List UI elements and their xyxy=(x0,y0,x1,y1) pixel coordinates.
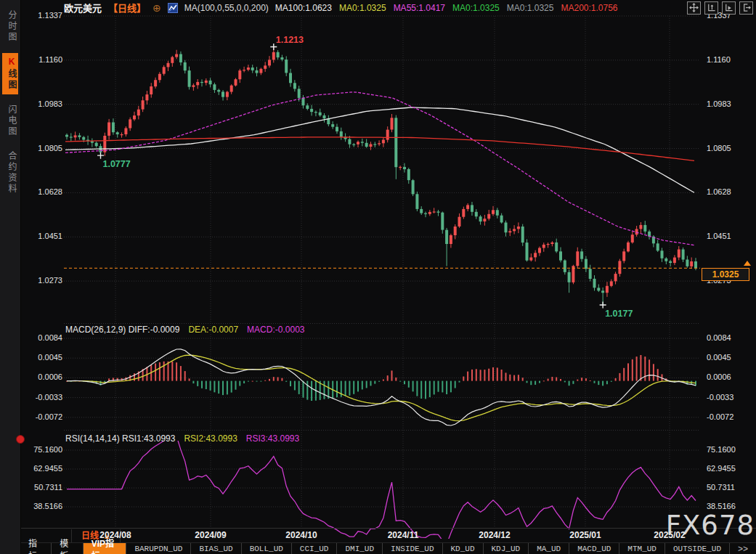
indicator-tab-MA_UD[interactable]: MA_UD xyxy=(529,543,569,554)
time-axis: 日线▲ 2024/082024/092024/102024/112024/122… xyxy=(20,528,756,542)
macd-axis-label: 0.0045 xyxy=(707,353,731,362)
indicator-value-label: MACD(26,12,9) DIFF:-0.0009 xyxy=(65,325,179,335)
price-axis-label: 1.0451 xyxy=(17,232,62,240)
candles-layer xyxy=(65,47,697,306)
macd-axis-label: 0.0006 xyxy=(707,372,731,381)
current-price-value: 1.0325 xyxy=(712,269,739,280)
left-axis: 1.13371.11601.09831.08051.06281.04511.02… xyxy=(17,0,62,554)
price-axis-label: 1.1160 xyxy=(17,55,62,64)
ma55-line xyxy=(65,92,694,245)
macd-axis-label: -0.0072 xyxy=(707,412,733,421)
chart-thumbnail-icon xyxy=(168,3,178,13)
indicator-tab-KDJ_UD[interactable]: KDJ_UD xyxy=(484,543,529,554)
indicator-tab-MTM_UD[interactable]: MTM_UD xyxy=(619,543,665,554)
price-axis-label: 1.0983 xyxy=(17,99,62,108)
indicator-tab-指标[interactable]: 指标 xyxy=(20,543,52,554)
svg-text:1.1213: 1.1213 xyxy=(276,35,304,45)
indicator-tab-BARUPDN_UD[interactable]: BARUPDN_UD xyxy=(126,543,191,554)
indicator-tab-模板[interactable]: 模板 xyxy=(52,543,83,554)
macd-pane xyxy=(66,349,696,425)
indicator-tab-INSIDE_UD[interactable]: INSIDE_UD xyxy=(383,543,442,554)
rsi-axis-label: 62.9455 xyxy=(707,464,736,473)
sidebar-item-闪电图[interactable]: 闪电图 xyxy=(2,101,18,141)
ma-settings-label: MA(100,0,55,0,0,200) xyxy=(184,3,269,13)
ma200-line xyxy=(65,137,694,161)
rsi-axis-label: 75.1600 xyxy=(17,445,62,454)
indicator-value-label: MACD:-0.0003 xyxy=(247,325,304,335)
watermark: FX678 xyxy=(666,510,755,541)
date-label: 2024/09 xyxy=(195,530,226,540)
indicator-tab-DMI_UD[interactable]: DMI_UD xyxy=(337,543,383,554)
ma-value-label: MA0:1.0325 xyxy=(339,3,386,13)
current-price-tag: 1.0325 xyxy=(702,268,749,281)
price-axis-label: 1.0451 xyxy=(707,232,731,240)
period-tag[interactable]: 【日线】 xyxy=(108,1,146,15)
date-label: 2024/10 xyxy=(285,530,317,540)
exit-chart-icon[interactable] xyxy=(739,1,753,15)
macd-axis-label: 0.0084 xyxy=(17,333,62,342)
price-axis-label: 1.0628 xyxy=(707,187,731,196)
trading-app-window: 1.12131.07771.0177 分时图K线图闪电图合约资料 欧元美元 【日… xyxy=(0,0,756,554)
macd-axis-label: -0.0033 xyxy=(707,393,733,402)
indicator-tab->>[interactable]: >> xyxy=(730,543,756,554)
indicator-tab-bar: 指标模板VIP指标BARUPDN_UDBIAS_UDBOLL_UDCCI_UDD… xyxy=(20,542,756,554)
ma-values-row: MA100:1.0623MA0:1.0325MA55:1.0417MA0:1.0… xyxy=(275,3,618,13)
indicator-tab-MACD_UD[interactable]: MACD_UD xyxy=(569,543,619,554)
chart-header: 欧元美元 【日线】 ⊕ MA(100,0,55,0,0,200) MA100:1… xyxy=(64,0,753,15)
indicator-value-label: RSI3:43.0993 xyxy=(246,433,299,444)
macd-axis-label: 0.0045 xyxy=(17,353,62,362)
indicator-value-label: RSI(14,14,14) RSI1:43.0993 xyxy=(65,433,175,444)
indicator-tab-OUTSIDE_UD[interactable]: OUTSIDE_UD xyxy=(665,543,730,554)
indicator-value-label: RSI2:43.0993 xyxy=(184,433,237,444)
indicator-value-label: DEA:-0.0007 xyxy=(188,325,238,335)
indicator-tab-VIP指标[interactable]: VIP指标 xyxy=(84,543,127,554)
sidebar-item-合约资料[interactable]: 合约资料 xyxy=(2,147,18,198)
sidebar: 分时图K线图闪电图合约资料 xyxy=(0,0,21,554)
price-annotations: 1.12131.07771.0177 xyxy=(97,35,633,319)
macd-axis-label: 0.0084 xyxy=(707,333,731,342)
rsi-axis-label: 50.7311 xyxy=(707,483,735,492)
chart-toolbar xyxy=(687,1,753,15)
ma-value-label: MA200:1.0756 xyxy=(561,3,617,13)
indicator-tab-KD_UD[interactable]: KD_UD xyxy=(443,543,484,554)
macd-axis-label: -0.0033 xyxy=(17,393,62,402)
fit-y-axis-icon[interactable] xyxy=(704,1,718,15)
ma-value-label: MA0:1.0325 xyxy=(507,3,554,13)
svg-text:1.0777: 1.0777 xyxy=(102,159,130,169)
ma-value-label: MA55:1.0417 xyxy=(394,3,445,13)
chart-canvas[interactable]: 1.12131.07771.0177 xyxy=(0,0,756,554)
sidebar-item-K线图[interactable]: K线图 xyxy=(2,53,18,94)
add-indicator-icon[interactable]: ⊕ xyxy=(153,3,161,13)
diff-line xyxy=(67,349,696,425)
rsi-label-row: RSI(14,14,14) RSI1:43.0993RSI2:43.0993RS… xyxy=(65,433,299,444)
dea-line xyxy=(67,355,696,420)
svg-text:1.0177: 1.0177 xyxy=(605,309,633,319)
price-axis-label: 1.0805 xyxy=(707,144,731,152)
rsi-axis-label: 62.9455 xyxy=(17,464,62,473)
price-axis-label: 1.0805 xyxy=(17,144,62,152)
macd-axis-label: -0.0072 xyxy=(17,412,62,421)
date-label: 2024/11 xyxy=(388,530,419,540)
indicator-tab-BIAS_UD[interactable]: BIAS_UD xyxy=(191,543,241,554)
price-axis-label: 1.0628 xyxy=(17,187,62,196)
macd-label-row: MACD(26,12,9) DIFF:-0.0009DEA:-0.0007MAC… xyxy=(65,325,304,335)
indicator-tab-CCI_UD[interactable]: CCI_UD xyxy=(292,543,338,554)
indicator-tab-BOLL_UD[interactable]: BOLL_UD xyxy=(242,543,292,554)
sidebar-item-分时图[interactable]: 分时图 xyxy=(2,7,18,46)
pan-crosshair-icon[interactable] xyxy=(687,1,701,15)
date-label: 2024/12 xyxy=(479,530,510,540)
record-dot-icon xyxy=(16,435,25,444)
ma-value-label: MA100:1.0623 xyxy=(275,3,332,13)
price-marker-icon[interactable] xyxy=(744,261,751,266)
grid-lines xyxy=(64,16,700,527)
macd-axis-label: 0.0006 xyxy=(17,372,62,381)
rsi-axis-label: 50.7311 xyxy=(17,483,62,492)
auto-scroll-icon[interactable] xyxy=(722,1,736,15)
price-axis-label: 1.0983 xyxy=(707,99,731,108)
price-axis-label: 1.1160 xyxy=(707,55,731,64)
ma-value-label: MA0:1.0325 xyxy=(452,3,500,13)
price-axis-label: 1.0273 xyxy=(17,276,62,285)
rsi-axis-label: 38.5166 xyxy=(17,502,62,510)
symbol-name: 欧元美元 xyxy=(64,1,102,15)
date-label: 2025/01 xyxy=(569,530,601,540)
